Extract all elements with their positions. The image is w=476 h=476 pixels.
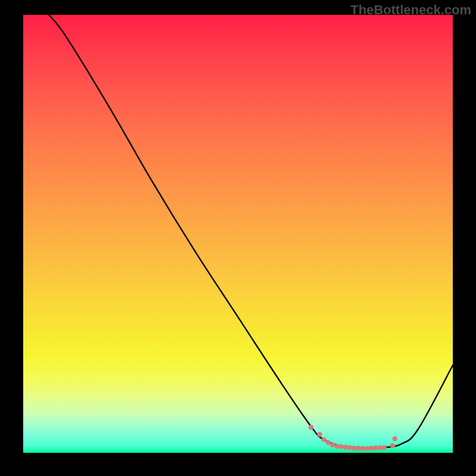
- valley-marker: [347, 445, 352, 450]
- valley-marker: [352, 446, 356, 450]
- valley-marker: [309, 425, 314, 430]
- valley-marker: [321, 437, 326, 442]
- valley-marker: [392, 436, 397, 441]
- valley-marker: [373, 446, 378, 450]
- chart-container: TheBottleneck.com: [0, 0, 476, 476]
- valley-marker: [330, 443, 335, 447]
- curve-layer: [23, 15, 453, 453]
- valley-marker: [356, 446, 361, 450]
- valley-marker: [377, 445, 382, 450]
- valley-marker: [364, 446, 369, 450]
- main-curve: [49, 15, 453, 449]
- valley-marker: [339, 444, 343, 449]
- valley-marker: [381, 445, 386, 450]
- valley-marker: [390, 443, 395, 448]
- valley-marker: [325, 440, 330, 445]
- valley-marker: [334, 444, 339, 449]
- valley-marker: [369, 446, 374, 450]
- valley-marker: [343, 444, 347, 449]
- plot-area: [23, 15, 453, 453]
- watermark-text: TheBottleneck.com: [350, 2, 471, 18]
- valley-marker: [360, 446, 365, 450]
- valley-marker: [317, 432, 322, 437]
